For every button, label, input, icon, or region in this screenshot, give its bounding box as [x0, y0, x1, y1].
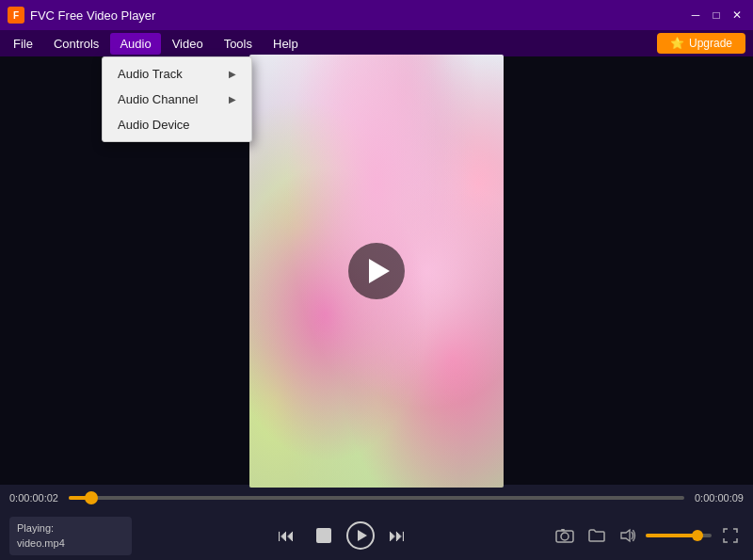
play-icon: [358, 530, 367, 541]
volume-button[interactable]: [616, 522, 642, 549]
close-button[interactable]: ✕: [729, 7, 745, 24]
audio-track-item[interactable]: Audio Track ▶: [103, 61, 251, 87]
rewind-button[interactable]: ⏮: [271, 520, 301, 551]
progress-bar[interactable]: [69, 496, 684, 500]
open-folder-button[interactable]: [584, 522, 610, 549]
upgrade-button[interactable]: ⭐ Upgrade: [657, 33, 745, 54]
menu-tools[interactable]: Tools: [215, 33, 262, 55]
time-current: 0:00:00:02: [9, 492, 61, 504]
menu-help[interactable]: Help: [264, 33, 308, 55]
folder-icon: [587, 528, 606, 543]
volume-bar[interactable]: [646, 534, 712, 537]
menu-audio[interactable]: Audio: [110, 33, 160, 55]
submenu-arrow-icon: ▶: [229, 94, 236, 104]
bottom-controls: 0:00:00:02 0:00:00:09 Playing: video.mp4…: [0, 485, 753, 560]
audio-dropdown: Audio Track ▶ Audio Channel ▶ Audio Devi…: [102, 56, 252, 142]
menu-file[interactable]: File: [4, 33, 42, 55]
fullscreen-button[interactable]: [717, 522, 744, 549]
progress-thumb[interactable]: [85, 491, 98, 504]
fullscreen-icon: [723, 528, 738, 543]
volume-fill: [646, 534, 697, 537]
screenshot-button[interactable]: [552, 522, 578, 549]
play-pause-overlay[interactable]: [348, 243, 405, 299]
minimize-button[interactable]: ─: [687, 7, 704, 24]
stop-icon: [316, 528, 331, 543]
restore-button[interactable]: □: [708, 7, 725, 24]
audio-channel-item[interactable]: Audio Channel ▶: [103, 87, 251, 112]
menu-video[interactable]: Video: [163, 33, 213, 55]
playback-controls: ⏮ ⏭: [132, 520, 552, 551]
controls-row: Playing: video.mp4 ⏮ ⏭: [0, 511, 753, 560]
menu-items: File Controls Audio Video Tools Help: [4, 33, 308, 55]
progress-section: 0:00:00:02 0:00:00:09: [0, 485, 753, 511]
volume-section: [616, 522, 712, 549]
menu-controls[interactable]: Controls: [44, 33, 108, 55]
video-content: [249, 55, 504, 488]
audio-device-item[interactable]: Audio Device: [103, 112, 251, 137]
title-bar-controls: ─ □ ✕: [687, 7, 745, 24]
upgrade-star-icon: ⭐: [670, 37, 684, 50]
title-bar: F FVC Free Video Player ─ □ ✕: [0, 0, 753, 30]
right-controls: [552, 522, 744, 549]
video-frame[interactable]: [249, 55, 504, 488]
app-icon: F: [8, 7, 24, 24]
forward-button[interactable]: ⏭: [382, 520, 412, 551]
title-text: FVC Free Video Player: [30, 8, 155, 23]
stop-button[interactable]: [309, 520, 339, 551]
volume-icon: [620, 528, 637, 543]
svg-marker-3: [621, 530, 630, 541]
play-button[interactable]: [346, 521, 375, 550]
submenu-arrow-icon: ▶: [229, 69, 236, 79]
volume-thumb[interactable]: [692, 530, 703, 541]
playing-filename: video.mp4: [17, 536, 124, 552]
playing-info: Playing: video.mp4: [9, 517, 132, 555]
svg-point-1: [561, 533, 569, 540]
svg-rect-2: [561, 529, 565, 531]
menu-bar: File Controls Audio Video Tools Help ⭐ U…: [0, 30, 753, 56]
playing-label: Playing:: [17, 520, 124, 536]
play-icon: [369, 259, 390, 283]
title-bar-left: F FVC Free Video Player: [8, 7, 155, 24]
time-total: 0:00:00:09: [692, 492, 744, 504]
camera-icon: [555, 528, 574, 543]
